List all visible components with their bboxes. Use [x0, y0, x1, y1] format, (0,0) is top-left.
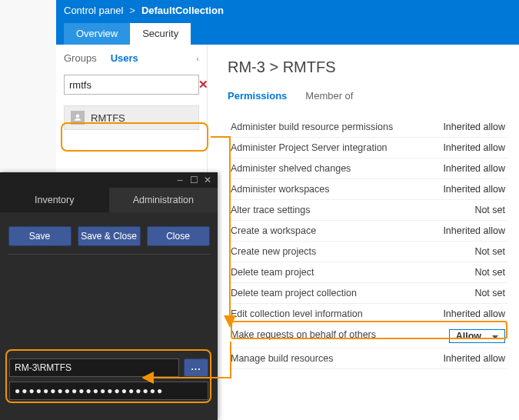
breadcrumb-root[interactable]: Control panel — [64, 5, 123, 16]
permission-list: Administer build resource permissionsInh… — [228, 117, 508, 369]
permission-value[interactable]: Allow — [449, 329, 505, 343]
subtab-groups[interactable]: Groups — [64, 52, 97, 64]
collapse-icon[interactable]: ‹ — [196, 54, 199, 63]
permission-value[interactable]: Inherited allow — [443, 353, 505, 364]
permission-row[interactable]: Alter trace settingsNot set — [228, 200, 508, 221]
close-window-button[interactable]: ✕ — [202, 175, 213, 185]
dark-config-dialog: – ☐ ✕ Inventory Administration Save Save… — [0, 172, 218, 420]
save-close-button[interactable]: Save & Close — [78, 226, 141, 246]
permission-label: Manage build resources — [231, 353, 333, 364]
permission-row[interactable]: Make requests on behalf of othersAllow — [228, 325, 508, 348]
breadcrumb-sep: > — [129, 5, 135, 16]
person-icon — [71, 111, 85, 125]
min-button[interactable]: – — [175, 175, 185, 185]
permission-value[interactable]: Inherited allow — [443, 308, 505, 319]
save-button[interactable]: Save — [8, 226, 72, 246]
permission-value[interactable]: Inherited allow — [443, 184, 505, 195]
permission-label: Edit collection level information — [231, 308, 363, 319]
credential-block: ... — [9, 358, 208, 405]
permissions-panel: RM-3 > RMTFS Permissions Member of Admin… — [208, 45, 519, 420]
user-result-row[interactable]: RMTFS — [64, 105, 199, 130]
top-tabs: Overview Security — [56, 20, 519, 45]
entity-title: RM-3 > RMTFS — [228, 58, 508, 76]
browse-user-button[interactable]: ... — [184, 358, 208, 377]
max-button[interactable]: ☐ — [188, 175, 199, 185]
permission-row[interactable]: Create a workspaceInherited allow — [228, 221, 508, 242]
tab-memberof[interactable]: Member of — [305, 90, 353, 102]
clear-search-icon[interactable]: ✕ — [198, 78, 208, 92]
username-field[interactable] — [9, 358, 179, 377]
permission-row[interactable]: Delete team project collectionNot set — [228, 283, 508, 304]
permission-row[interactable]: Administer shelved changesInherited allo… — [228, 158, 508, 179]
search-box[interactable]: ✕ — [64, 75, 199, 95]
permission-label: Administer Project Server integration — [231, 142, 388, 153]
permission-value[interactable]: Inherited allow — [443, 225, 505, 236]
permission-label: Create new projects — [231, 246, 316, 257]
permission-label: Create a workspace — [231, 225, 316, 236]
permission-label: Alter trace settings — [231, 205, 311, 215]
permission-label: Administer build resource permissions — [231, 122, 393, 132]
permission-value[interactable]: Not set — [474, 205, 505, 215]
password-field[interactable] — [9, 382, 208, 400]
breadcrumb: Control panel > DefaultCollection — [56, 0, 519, 20]
tab-permissions[interactable]: Permissions — [228, 90, 287, 102]
permission-row[interactable]: Administer Project Server integrationInh… — [228, 138, 508, 158]
tab-administration[interactable]: Administration — [109, 188, 218, 212]
titlebar: – ☐ ✕ — [0, 172, 218, 188]
search-input[interactable] — [69, 79, 198, 91]
permission-value[interactable]: Inherited allow — [443, 163, 505, 174]
permission-label: Administer shelved changes — [231, 163, 351, 174]
permission-value[interactable]: Inherited allow — [443, 142, 505, 153]
tab-overview[interactable]: Overview — [64, 23, 130, 45]
permission-row[interactable]: Create new projectsNot set — [228, 242, 508, 262]
breadcrumb-current[interactable]: DefaultCollection — [141, 5, 224, 16]
divider — [8, 254, 210, 255]
permission-value[interactable]: Not set — [474, 246, 505, 257]
permission-row[interactable]: Administer workspacesInherited allow — [228, 179, 508, 200]
permission-row[interactable]: Administer build resource permissionsInh… — [228, 117, 508, 138]
close-button[interactable]: Close — [147, 226, 210, 246]
permission-label: Make requests on behalf of others — [231, 329, 376, 343]
permission-value[interactable]: Not set — [474, 267, 505, 278]
permission-row[interactable]: Edit collection level informationInherit… — [228, 304, 508, 325]
permission-row[interactable]: Manage build resourcesInherited allow — [228, 348, 508, 369]
permission-label: Delete team project — [231, 267, 314, 278]
permission-value[interactable]: Inherited allow — [443, 122, 505, 132]
permission-row[interactable]: Delete team projectNot set — [228, 262, 508, 283]
user-result-name: RMTFS — [91, 112, 125, 124]
permission-value[interactable]: Not set — [474, 288, 505, 298]
permission-label: Delete team project collection — [231, 288, 357, 298]
permission-label: Administer workspaces — [231, 184, 330, 195]
tab-security[interactable]: Security — [130, 23, 191, 45]
subtab-users[interactable]: Users — [111, 52, 138, 64]
tab-inventory[interactable]: Inventory — [0, 188, 109, 212]
